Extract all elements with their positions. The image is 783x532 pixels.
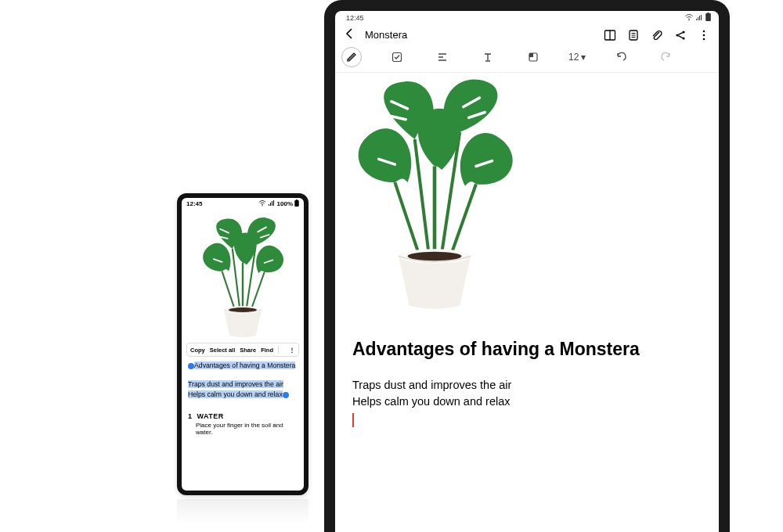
phone-reflection bbox=[177, 499, 309, 524]
section-number: 1 bbox=[188, 412, 193, 420]
wifi-icon bbox=[258, 200, 266, 208]
svg-line-23 bbox=[678, 32, 682, 34]
back-button[interactable] bbox=[343, 27, 355, 42]
svg-rect-9 bbox=[294, 200, 298, 207]
svg-rect-13 bbox=[707, 13, 709, 13]
notes-list-icon[interactable] bbox=[626, 29, 640, 41]
chevron-down-icon: ▾ bbox=[581, 52, 586, 63]
text-selection-toolbar: Copy Select all Share Find ⋮ bbox=[186, 343, 299, 357]
section-heading: WATER bbox=[197, 412, 224, 420]
tablet-device: 12:45 Monstera bbox=[324, 0, 730, 532]
svg-rect-34 bbox=[529, 53, 533, 57]
phone-device: 12:45 100% Copy Select all Share Find ⋮ … bbox=[177, 193, 309, 495]
svg-rect-12 bbox=[705, 13, 711, 21]
phone-battery: 100% bbox=[277, 200, 293, 207]
checkbox-tool-icon[interactable] bbox=[387, 51, 407, 63]
select-all-action[interactable]: Select all bbox=[210, 347, 236, 354]
tablet-time: 12:45 bbox=[346, 14, 364, 22]
phone-note-image bbox=[182, 208, 304, 340]
text-style-icon[interactable] bbox=[478, 51, 498, 63]
font-size-selector[interactable]: 12 ▾ bbox=[568, 52, 586, 63]
divider bbox=[278, 346, 279, 354]
battery-icon bbox=[294, 200, 299, 208]
signal-icon bbox=[268, 200, 276, 208]
svg-point-8 bbox=[262, 205, 262, 206]
selection-handle-start[interactable] bbox=[188, 363, 194, 369]
tablet-status-bar: 12:45 bbox=[335, 11, 719, 23]
battery-icon bbox=[705, 15, 711, 23]
text-caret bbox=[352, 413, 354, 427]
text-color-icon[interactable] bbox=[523, 51, 543, 63]
article-title: Advantages of having a Monstera bbox=[352, 339, 702, 360]
article-line-2: Helps calm you down and relax bbox=[352, 394, 702, 410]
share-action[interactable]: Share bbox=[240, 347, 256, 354]
tablet-header: Monstera bbox=[335, 23, 719, 45]
svg-line-24 bbox=[678, 35, 682, 38]
note-line-2: Helps calm you down and relax bbox=[188, 390, 283, 398]
tablet-format-toolbar: 12 ▾ bbox=[335, 45, 719, 73]
pen-tool-icon[interactable] bbox=[341, 47, 362, 67]
more-options-icon[interactable]: ⋮ bbox=[289, 347, 295, 354]
copy-action[interactable]: Copy bbox=[190, 347, 205, 354]
redo-icon[interactable] bbox=[656, 51, 677, 63]
reading-mode-icon[interactable] bbox=[603, 29, 617, 41]
share-icon[interactable] bbox=[673, 29, 687, 41]
phone-status-bar: 12:45 100% bbox=[182, 198, 304, 208]
svg-point-11 bbox=[688, 20, 689, 20]
note-line-1: Traps dust and improves the air bbox=[188, 380, 283, 388]
signal-icon bbox=[695, 15, 705, 23]
article-line-1: Traps dust and improves the air bbox=[352, 377, 702, 394]
svg-rect-10 bbox=[296, 200, 298, 200]
section-subtext: Place your finger in the soil and water. bbox=[188, 420, 298, 436]
phone-time: 12:45 bbox=[186, 200, 202, 207]
svg-point-25 bbox=[703, 30, 705, 32]
font-size-value: 12 bbox=[568, 52, 579, 63]
selection-handle-end[interactable] bbox=[283, 392, 289, 398]
wifi-icon bbox=[684, 15, 696, 23]
tablet-note-image bbox=[352, 84, 702, 311]
align-tool-icon[interactable] bbox=[432, 51, 453, 63]
page-title: Monstera bbox=[365, 29, 407, 41]
undo-icon[interactable] bbox=[611, 51, 631, 63]
attach-icon[interactable] bbox=[650, 29, 664, 41]
phone-note-body[interactable]: Advantages of having a Monstera Traps du… bbox=[182, 358, 304, 400]
phone-section-water: 1 WATER Place your finger in the soil an… bbox=[182, 412, 304, 439]
find-action[interactable]: Find bbox=[261, 347, 273, 354]
svg-point-27 bbox=[703, 38, 705, 40]
svg-point-26 bbox=[703, 34, 705, 36]
more-icon[interactable] bbox=[697, 29, 711, 41]
tablet-note-body[interactable]: Advantages of having a Monstera Traps du… bbox=[335, 73, 719, 532]
note-title: Advantages of having a Monstera bbox=[194, 361, 295, 369]
